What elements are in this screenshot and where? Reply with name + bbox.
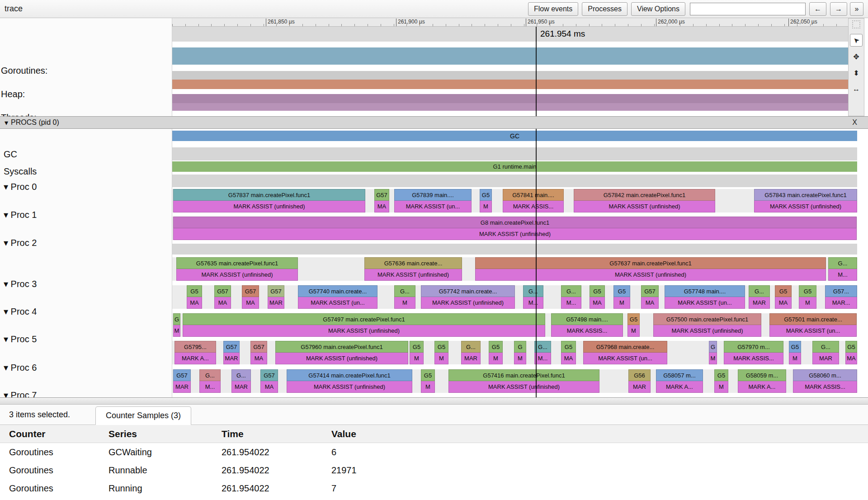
mark-assist-slice[interactable]: MARK ASSIST (unfinished) <box>287 381 412 393</box>
goroutine-slice[interactable]: G5 <box>410 341 424 353</box>
overflow-button[interactable]: » <box>850 2 863 16</box>
find-input[interactable] <box>690 3 806 15</box>
goroutine-slice[interactable]: G58057 m... <box>656 369 703 381</box>
flow-events-button[interactable]: Flow events <box>528 2 578 16</box>
goroutine-slice[interactable]: G5 <box>775 285 792 297</box>
mark-assist-slice[interactable]: MA <box>641 297 659 309</box>
mark-assist-slice[interactable]: M <box>173 325 180 337</box>
timing-tool-button[interactable]: ↔ <box>850 83 863 95</box>
pointer-tool-button[interactable]: ➤ <box>850 34 863 47</box>
mark-assist-slice[interactable]: MARK ASSIST (unfinished) <box>183 325 545 337</box>
goroutine-slice[interactable]: G... <box>534 341 551 353</box>
goroutine-slice[interactable]: G58060 m... <box>793 369 857 381</box>
goroutine-slice[interactable]: G <box>173 313 180 325</box>
mark-assist-slice[interactable]: MARK ASSIS... <box>724 353 783 364</box>
goroutine-slice[interactable]: G57497 main.createPixel.func1 <box>183 313 545 325</box>
goroutine-slice[interactable]: G... <box>812 341 839 353</box>
mark-assist-slice[interactable]: M... <box>523 297 543 309</box>
sidebar-row-label[interactable]: GC <box>1 148 17 160</box>
mark-assist-slice[interactable]: MARK ASSIST (un... <box>394 201 472 212</box>
goroutine-slice[interactable]: G57970 m... <box>724 341 783 353</box>
goroutine-slice[interactable]: G57968 main.create... <box>583 341 667 353</box>
table-row[interactable]: GoroutinesRunnable261.95402221971 <box>0 461 868 479</box>
goroutine-slice[interactable]: G... <box>828 257 857 269</box>
goroutine-slice[interactable]: G... <box>749 285 770 297</box>
goroutine-slice[interactable]: G57501 main.create... <box>769 313 857 325</box>
goroutine-slice[interactable]: G5 <box>561 341 576 353</box>
mark-assist-slice[interactable]: MA <box>845 353 857 364</box>
mark-assist-slice[interactable]: MARK ASSIST (unfinished) <box>653 325 761 337</box>
mark-assist-slice[interactable]: MARK ASSIST (unfinished) <box>475 269 826 281</box>
mark-assist-slice[interactable]: M <box>421 381 435 393</box>
goroutine-slice[interactable]: G <box>514 341 526 353</box>
sidebar-row-label[interactable]: ▾ Proc 5 <box>1 333 37 345</box>
table-row[interactable]: GoroutinesRunning261.9540227 <box>0 479 868 497</box>
mark-assist-slice[interactable]: MARK A... <box>656 381 703 393</box>
timeline-ruler[interactable]: 261,850 µs261,900 µs261,950 µs262,000 µs… <box>172 18 857 27</box>
mark-assist-slice[interactable]: MARK ASSIST (unfinished) <box>574 201 715 212</box>
goroutine-slice[interactable]: G5 <box>627 313 640 325</box>
proc0-main-slice[interactable]: G1 runtime.main <box>172 161 857 172</box>
mark-assist-slice[interactable]: MARK ASSIST (un... <box>665 297 745 309</box>
mark-assist-slice[interactable]: MAR <box>223 353 240 364</box>
threads-counter-bar[interactable] <box>172 94 857 111</box>
mark-assist-slice[interactable]: MARK ASSIST (unfinished) <box>173 228 857 240</box>
goroutine-slice[interactable]: G5 <box>187 285 202 297</box>
mark-assist-slice[interactable]: M <box>789 353 801 364</box>
mark-assist-slice[interactable]: MAR <box>749 297 770 309</box>
goroutine-slice[interactable]: G57498 main.... <box>551 313 623 325</box>
mark-assist-slice[interactable]: M <box>709 353 717 364</box>
goroutine-slice[interactable]: G... <box>394 285 415 297</box>
sidebar-row-label[interactable]: ▾ Proc 1 <box>1 209 37 221</box>
mark-assist-slice[interactable]: MARK ASSIST (unfinished) <box>173 201 365 212</box>
goroutine-slice[interactable]: G5 <box>799 285 816 297</box>
mark-assist-slice[interactable]: MARK ASSIST (un... <box>583 353 667 364</box>
mark-assist-slice[interactable]: M <box>434 353 448 364</box>
mark-assist-slice[interactable]: MA <box>242 297 259 309</box>
mark-assist-slice[interactable]: MARK ASSIST (un... <box>298 297 377 309</box>
table-row[interactable]: GoroutinesGCWaiting261.9540226 <box>0 443 868 461</box>
mark-assist-slice[interactable]: M <box>410 353 424 364</box>
goroutine-slice[interactable]: G... <box>523 285 543 297</box>
goroutine-slice[interactable]: G57841 main.... <box>503 189 564 201</box>
goroutine-slice[interactable]: G57843 main.createPixel.func1 <box>754 189 857 201</box>
mark-assist-slice[interactable]: MAR... <box>825 297 857 309</box>
sidebar-row-label[interactable]: ▾ Proc 3 <box>1 278 37 290</box>
mark-assist-slice[interactable]: MAR <box>231 381 251 393</box>
goroutine-slice[interactable]: G5795... <box>175 341 216 353</box>
heap-counter-band-bottom[interactable] <box>172 80 857 89</box>
mark-assist-slice[interactable]: MARK A... <box>175 353 216 364</box>
goroutine-slice[interactable]: G58059 m... <box>738 369 786 381</box>
mark-assist-slice[interactable]: MARK ASSIST (unfinished) <box>364 269 462 281</box>
mark-assist-slice[interactable]: M <box>480 201 492 212</box>
goroutine-slice[interactable]: G57637 main.createPixel.func1 <box>475 257 826 269</box>
zoom-tool-button[interactable]: ⬍ <box>850 66 863 79</box>
mark-assist-slice[interactable]: MA <box>374 201 389 212</box>
goroutine-slice[interactable]: G57742 main.create... <box>421 285 515 297</box>
goroutine-slice[interactable]: G... <box>561 285 581 297</box>
goroutine-slice[interactable]: G... <box>199 369 221 381</box>
goroutine-slice[interactable]: G57 <box>374 189 389 201</box>
nav-forward-button[interactable]: → <box>830 2 847 16</box>
mark-assist-slice[interactable]: MA <box>214 297 231 309</box>
goroutine-slice[interactable]: G57 <box>250 341 267 353</box>
goroutine-slice[interactable]: G8 main.createPixel.func1 <box>173 217 857 228</box>
sidebar-row-label[interactable]: ▾ Proc 4 <box>1 306 37 317</box>
mark-assist-slice[interactable]: M... <box>828 269 857 281</box>
mark-assist-slice[interactable]: MA <box>775 297 792 309</box>
sidebar-row-label[interactable]: ▾ Proc 2 <box>1 237 37 249</box>
procs-section-header[interactable]: ▾ PROCS (pid 0) X <box>0 116 868 129</box>
mark-assist-slice[interactable]: MA <box>260 381 278 393</box>
mark-assist-slice[interactable]: MA <box>590 297 605 309</box>
sidebar-row-label[interactable]: ▾ Proc 0 <box>1 181 37 193</box>
goroutine-slice[interactable]: G57837 main.createPixel.func1 <box>173 189 365 201</box>
sidebar-row-label[interactable]: Syscalls <box>1 165 37 177</box>
panel-splitter[interactable] <box>0 397 868 405</box>
processes-button[interactable]: Processes <box>582 2 627 16</box>
goroutine-slice[interactable]: G57960 main.createPixel.func1 <box>275 341 408 353</box>
mark-assist-slice[interactable]: MARK ASSIST (unfinished) <box>275 353 408 364</box>
goroutine-slice[interactable]: G... <box>461 341 481 353</box>
goroutine-slice[interactable]: G57839 main.... <box>394 189 472 201</box>
goroutine-slice[interactable]: G57636 main.create... <box>364 257 462 269</box>
goroutines-counter-bar[interactable] <box>172 47 857 65</box>
